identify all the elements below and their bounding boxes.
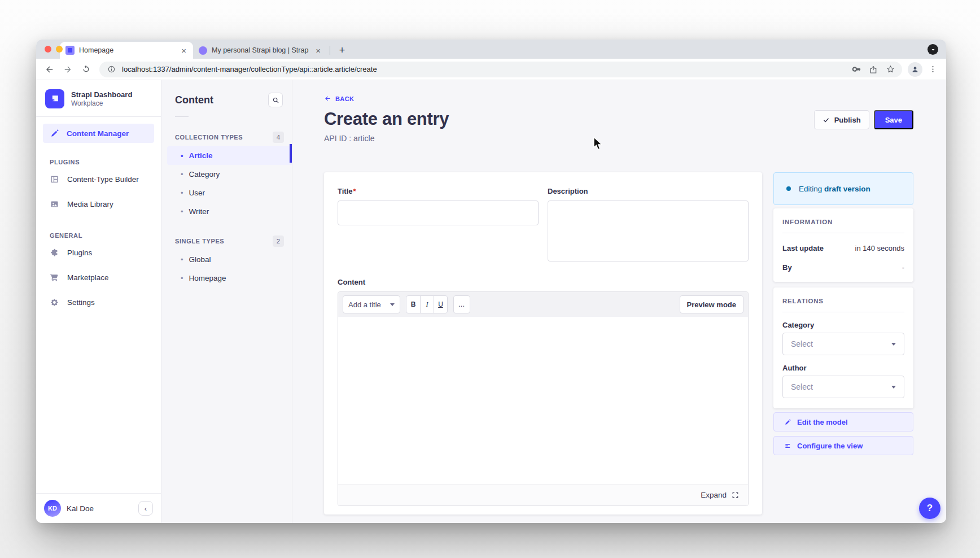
sidebar-item-marketplace[interactable]: Marketplace — [36, 265, 161, 290]
more-formats-button[interactable]: … — [453, 295, 470, 313]
editor-footer: Expand — [338, 484, 748, 505]
publish-label: Publish — [834, 116, 861, 124]
content-type-homepage[interactable]: Homepage — [161, 269, 292, 287]
group-label: SINGLE TYPES — [175, 238, 224, 245]
sidebar-item-settings[interactable]: Settings — [36, 290, 161, 315]
editor-text-area[interactable] — [338, 317, 748, 484]
expand-label[interactable]: Expand — [701, 491, 727, 499]
item-label: Writer — [189, 207, 209, 216]
reload-button[interactable] — [78, 62, 94, 77]
author-select[interactable]: Select — [782, 376, 904, 398]
user-avatar[interactable]: KD — [44, 500, 61, 517]
divider — [36, 116, 161, 117]
count-badge: 4 — [273, 132, 284, 143]
search-button[interactable] — [268, 93, 283, 107]
tab-close-icon[interactable]: × — [180, 46, 187, 55]
select-placeholder: Select — [791, 382, 891, 391]
sidebar-item-plugins[interactable]: Plugins — [36, 240, 161, 265]
item-label: Article — [189, 151, 213, 160]
main-content: BACK Create an entry API ID : article Pu… — [292, 80, 946, 523]
pencil-icon — [784, 418, 791, 426]
sidebar-item-content-type-builder[interactable]: Content-Type Builder — [36, 167, 161, 191]
item-label: User — [189, 189, 205, 197]
password-key-icon[interactable] — [850, 63, 863, 76]
underline-button[interactable]: U — [434, 296, 447, 313]
minimize-window-button[interactable] — [56, 46, 63, 53]
gear-icon — [50, 298, 59, 307]
status-dot-icon — [786, 186, 791, 191]
divider — [782, 233, 904, 233]
sidebar-item-label: Plugins — [67, 249, 92, 257]
url-text: localhost:1337/admin/content-manager/col… — [122, 65, 846, 73]
workspace-name: Workplace — [71, 99, 132, 107]
entry-side-panel: Editing draft version INFORMATION Last u… — [773, 172, 913, 515]
app-name: Strapi Dashboard — [71, 90, 132, 99]
back-link[interactable]: BACK — [324, 95, 913, 102]
page-info-icon[interactable] — [105, 63, 117, 76]
browser-menu-button[interactable] — [925, 62, 940, 77]
back-button[interactable] — [42, 62, 58, 77]
content-type-user[interactable]: User — [161, 184, 292, 202]
edit-model-button[interactable]: Edit the model — [773, 412, 913, 431]
info-label: Last update — [782, 244, 824, 252]
group-label: COLLECTION TYPES — [175, 134, 243, 141]
picture-icon — [50, 199, 59, 209]
tab-search-button[interactable] — [928, 44, 938, 55]
caret-down-icon — [390, 303, 395, 306]
share-icon[interactable] — [867, 63, 880, 76]
relations-card: RELATIONS Category Select Author Select — [773, 287, 913, 408]
info-value: - — [902, 263, 904, 272]
sidebar-item-label: Settings — [67, 298, 95, 307]
divider — [175, 116, 189, 117]
heading-select[interactable]: Add a title — [343, 295, 400, 313]
help-button[interactable]: ? — [919, 498, 940, 519]
editor-toolbar: Add a title B I U … Previe — [338, 292, 748, 317]
information-card: INFORMATION Last update in 140 seconds B… — [773, 208, 913, 282]
sidebar-section-general: GENERAL — [36, 216, 161, 240]
by-row: By - — [782, 263, 904, 272]
action-label: Edit the model — [797, 418, 848, 426]
description-textarea[interactable] — [548, 200, 749, 261]
title-label: Title* — [338, 187, 356, 195]
expand-icon[interactable] — [732, 491, 739, 499]
forward-arrow-icon — [63, 64, 73, 75]
configure-view-button[interactable]: Configure the view — [773, 436, 913, 455]
content-field: Content Add a title B I — [338, 277, 749, 506]
forward-button[interactable] — [60, 62, 76, 77]
new-tab-button[interactable]: + — [335, 43, 349, 58]
content-type-writer[interactable]: Writer — [161, 202, 292, 221]
format-button-group: B I U — [406, 295, 448, 313]
tab-close-icon[interactable]: × — [314, 46, 322, 55]
sidebar-item-content-manager[interactable]: Content Manager — [43, 124, 154, 143]
content-type-article[interactable]: Article — [167, 146, 292, 165]
content-type-category[interactable]: Category — [161, 165, 292, 184]
single-types-header: SINGLE TYPES 2 — [175, 236, 284, 247]
kebab-menu-icon — [929, 65, 937, 73]
tab-homepage[interactable]: Homepage × — [60, 42, 193, 59]
chevron-down-icon — [930, 46, 937, 53]
italic-button[interactable]: I — [420, 296, 434, 313]
workspace-brand[interactable]: Strapi Dashboard Workplace — [36, 80, 161, 116]
bookmark-star-icon[interactable] — [884, 63, 896, 76]
sidebar-item-label: Marketplace — [67, 273, 109, 282]
save-button[interactable]: Save — [874, 110, 913, 129]
collapse-sidebar-button[interactable]: ‹ — [138, 501, 153, 516]
tab-strip: Homepage × My personal Strapi blog | Str… — [36, 40, 946, 59]
sidebar-item-media-library[interactable]: Media Library — [36, 191, 161, 216]
title-input[interactable] — [338, 200, 539, 225]
content-type-global[interactable]: Global — [161, 250, 292, 269]
category-select[interactable]: Select — [782, 333, 904, 355]
api-id-subtitle: API ID : article — [324, 134, 449, 143]
check-icon — [823, 116, 830, 124]
shopping-cart-icon — [50, 273, 59, 282]
preview-mode-button[interactable]: Preview mode — [680, 295, 743, 313]
sidebar-section-plugins: PLUGINS — [36, 143, 161, 167]
back-label: BACK — [335, 95, 354, 102]
bold-button[interactable]: B — [406, 296, 420, 313]
active-item-indicator — [290, 144, 292, 163]
profile-avatar-icon[interactable] — [908, 62, 922, 77]
url-bar[interactable]: localhost:1337/admin/content-manager/col… — [99, 62, 902, 77]
close-window-button[interactable] — [45, 46, 51, 53]
publish-button[interactable]: Publish — [814, 110, 869, 129]
tab-strapi-blog[interactable]: My personal Strapi blog | Strap × — [193, 42, 327, 59]
